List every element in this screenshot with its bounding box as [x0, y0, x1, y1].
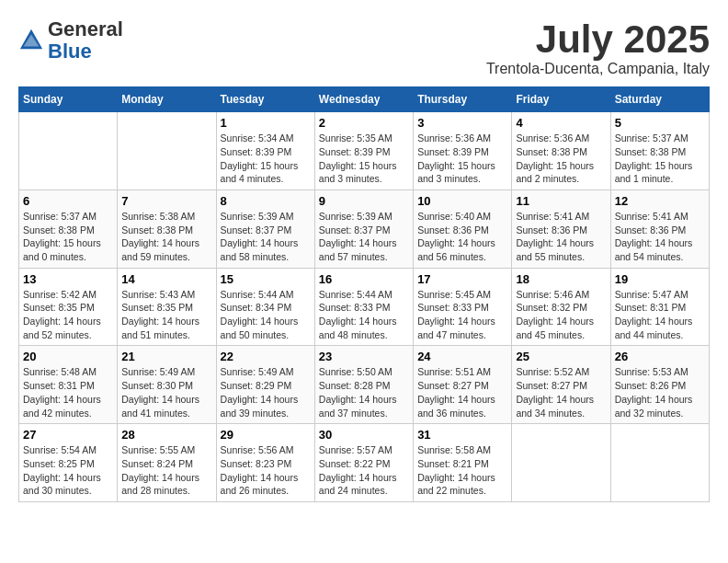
calendar-cell: 27Sunrise: 5:54 AMSunset: 8:25 PMDayligh…	[19, 424, 118, 502]
page-header: General Blue July 2025 Trentola-Ducenta,…	[18, 18, 710, 77]
day-info: Sunrise: 5:55 AMSunset: 8:24 PMDaylight:…	[121, 443, 211, 498]
month-title: July 2025	[486, 18, 710, 61]
day-info: Sunrise: 5:44 AMSunset: 8:34 PMDaylight:…	[221, 288, 311, 342]
day-number: 26	[615, 350, 705, 363]
day-number: 7	[121, 194, 211, 208]
day-number: 31	[417, 428, 507, 442]
day-info: Sunrise: 5:37 AMSunset: 8:38 PMDaylight:…	[23, 210, 113, 264]
day-number: 10	[417, 194, 507, 208]
calendar-cell: 30Sunrise: 5:57 AMSunset: 8:22 PMDayligh…	[314, 424, 413, 502]
day-info: Sunrise: 5:40 AMSunset: 8:36 PMDaylight:…	[417, 210, 507, 264]
day-number: 30	[319, 428, 409, 442]
calendar-cell: 14Sunrise: 5:43 AMSunset: 8:35 PMDayligh…	[118, 268, 216, 346]
day-number: 17	[417, 272, 507, 286]
day-number: 2	[319, 116, 409, 130]
day-number: 12	[615, 194, 705, 208]
day-number: 6	[23, 194, 113, 208]
calendar-cell: 29Sunrise: 5:56 AMSunset: 8:23 PMDayligh…	[216, 424, 314, 502]
calendar-cell: 9Sunrise: 5:39 AMSunset: 8:37 PMDaylight…	[314, 190, 413, 268]
logo-blue: Blue	[48, 40, 92, 63]
day-number: 4	[516, 116, 606, 130]
calendar-cell: 10Sunrise: 5:40 AMSunset: 8:36 PMDayligh…	[414, 190, 512, 268]
day-info: Sunrise: 5:51 AMSunset: 8:27 PMDaylight:…	[417, 365, 507, 419]
day-number: 27	[23, 428, 113, 442]
calendar-week-row: 20Sunrise: 5:48 AMSunset: 8:31 PMDayligh…	[19, 346, 710, 424]
day-info: Sunrise: 5:34 AMSunset: 8:39 PMDaylight:…	[221, 132, 311, 186]
calendar-cell: 26Sunrise: 5:53 AMSunset: 8:26 PMDayligh…	[610, 346, 709, 424]
calendar-cell: 5Sunrise: 5:37 AMSunset: 8:38 PMDaylight…	[610, 112, 709, 190]
calendar-cell: 25Sunrise: 5:52 AMSunset: 8:27 PMDayligh…	[512, 346, 610, 424]
day-number: 8	[221, 194, 311, 208]
calendar-cell	[610, 424, 709, 502]
weekday-header-cell: Wednesday	[314, 87, 413, 112]
weekday-header-cell: Friday	[512, 87, 610, 112]
calendar-cell: 12Sunrise: 5:41 AMSunset: 8:36 PMDayligh…	[610, 190, 709, 268]
day-info: Sunrise: 5:37 AMSunset: 8:38 PMDaylight:…	[615, 132, 705, 186]
day-info: Sunrise: 5:58 AMSunset: 8:21 PMDaylight:…	[417, 443, 507, 498]
calendar-cell: 15Sunrise: 5:44 AMSunset: 8:34 PMDayligh…	[216, 268, 314, 346]
calendar-cell: 2Sunrise: 5:35 AMSunset: 8:39 PMDaylight…	[314, 112, 413, 190]
calendar-week-row: 6Sunrise: 5:37 AMSunset: 8:38 PMDaylight…	[19, 190, 710, 268]
calendar-cell: 21Sunrise: 5:49 AMSunset: 8:30 PMDayligh…	[118, 346, 216, 424]
weekday-header-cell: Sunday	[19, 87, 118, 112]
day-info: Sunrise: 5:56 AMSunset: 8:23 PMDaylight:…	[221, 443, 311, 498]
calendar-cell: 4Sunrise: 5:36 AMSunset: 8:38 PMDaylight…	[512, 112, 610, 190]
day-info: Sunrise: 5:41 AMSunset: 8:36 PMDaylight:…	[615, 210, 705, 264]
day-number: 25	[516, 350, 606, 363]
calendar-cell: 6Sunrise: 5:37 AMSunset: 8:38 PMDaylight…	[19, 190, 118, 268]
day-number: 22	[221, 350, 311, 363]
day-info: Sunrise: 5:47 AMSunset: 8:31 PMDaylight:…	[615, 288, 705, 342]
day-info: Sunrise: 5:41 AMSunset: 8:36 PMDaylight:…	[516, 210, 606, 264]
day-number: 24	[417, 350, 507, 363]
day-number: 29	[221, 428, 311, 442]
calendar-week-row: 1Sunrise: 5:34 AMSunset: 8:39 PMDaylight…	[19, 112, 710, 190]
day-number: 15	[221, 272, 311, 286]
day-number: 16	[319, 272, 409, 286]
day-number: 21	[121, 350, 211, 363]
calendar-cell: 28Sunrise: 5:55 AMSunset: 8:24 PMDayligh…	[118, 424, 216, 502]
calendar-cell: 19Sunrise: 5:47 AMSunset: 8:31 PMDayligh…	[610, 268, 709, 346]
calendar-cell: 20Sunrise: 5:48 AMSunset: 8:31 PMDayligh…	[19, 346, 118, 424]
day-info: Sunrise: 5:36 AMSunset: 8:38 PMDaylight:…	[516, 132, 606, 186]
weekday-header-cell: Monday	[118, 87, 216, 112]
logo-icon	[18, 28, 44, 53]
day-number: 13	[23, 272, 113, 286]
calendar-cell: 11Sunrise: 5:41 AMSunset: 8:36 PMDayligh…	[512, 190, 610, 268]
calendar-body: 1Sunrise: 5:34 AMSunset: 8:39 PMDaylight…	[19, 112, 710, 502]
day-info: Sunrise: 5:36 AMSunset: 8:39 PMDaylight:…	[417, 132, 507, 186]
day-number: 23	[319, 350, 409, 363]
day-number: 5	[615, 116, 705, 130]
day-info: Sunrise: 5:52 AMSunset: 8:27 PMDaylight:…	[516, 365, 606, 419]
day-info: Sunrise: 5:43 AMSunset: 8:35 PMDaylight:…	[121, 288, 211, 342]
day-info: Sunrise: 5:49 AMSunset: 8:30 PMDaylight:…	[121, 365, 211, 419]
calendar-cell: 3Sunrise: 5:36 AMSunset: 8:39 PMDaylight…	[414, 112, 512, 190]
calendar-cell: 17Sunrise: 5:45 AMSunset: 8:33 PMDayligh…	[414, 268, 512, 346]
day-info: Sunrise: 5:39 AMSunset: 8:37 PMDaylight:…	[221, 210, 311, 264]
day-number: 18	[516, 272, 606, 286]
calendar-cell: 22Sunrise: 5:49 AMSunset: 8:29 PMDayligh…	[216, 346, 314, 424]
day-number: 14	[121, 272, 211, 286]
day-info: Sunrise: 5:39 AMSunset: 8:37 PMDaylight:…	[319, 210, 409, 264]
day-info: Sunrise: 5:45 AMSunset: 8:33 PMDaylight:…	[417, 288, 507, 342]
day-info: Sunrise: 5:57 AMSunset: 8:22 PMDaylight:…	[319, 443, 409, 498]
day-info: Sunrise: 5:49 AMSunset: 8:29 PMDaylight:…	[221, 365, 311, 419]
day-info: Sunrise: 5:46 AMSunset: 8:32 PMDaylight:…	[516, 288, 606, 342]
day-info: Sunrise: 5:38 AMSunset: 8:38 PMDaylight:…	[121, 210, 211, 264]
calendar-cell	[118, 112, 216, 190]
title-block: July 2025 Trentola-Ducenta, Campania, It…	[486, 18, 710, 77]
calendar-cell: 24Sunrise: 5:51 AMSunset: 8:27 PMDayligh…	[414, 346, 512, 424]
calendar-cell	[512, 424, 610, 502]
calendar-cell: 18Sunrise: 5:46 AMSunset: 8:32 PMDayligh…	[512, 268, 610, 346]
calendar-cell: 23Sunrise: 5:50 AMSunset: 8:28 PMDayligh…	[314, 346, 413, 424]
day-number: 9	[319, 194, 409, 208]
day-info: Sunrise: 5:53 AMSunset: 8:26 PMDaylight:…	[615, 365, 705, 419]
day-number: 28	[121, 428, 211, 442]
calendar-cell: 13Sunrise: 5:42 AMSunset: 8:35 PMDayligh…	[19, 268, 118, 346]
calendar-week-row: 13Sunrise: 5:42 AMSunset: 8:35 PMDayligh…	[19, 268, 710, 346]
day-info: Sunrise: 5:48 AMSunset: 8:31 PMDaylight:…	[23, 365, 113, 419]
weekday-header-cell: Thursday	[414, 87, 512, 112]
day-number: 20	[23, 350, 113, 363]
day-number: 11	[516, 194, 606, 208]
calendar-week-row: 27Sunrise: 5:54 AMSunset: 8:25 PMDayligh…	[19, 424, 710, 502]
day-number: 19	[615, 272, 705, 286]
